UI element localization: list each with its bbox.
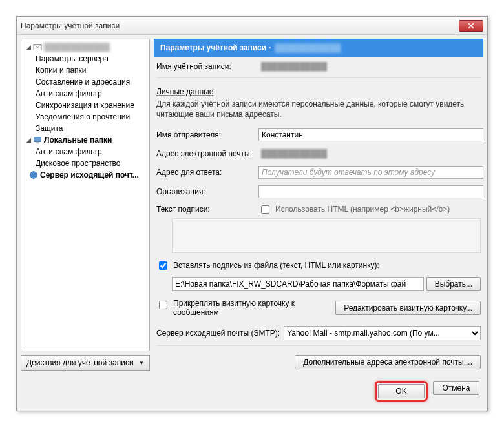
tree-item-server[interactable]: Параметры сервера [21, 53, 149, 65]
account-actions-button[interactable]: Действия для учётной записи ▼ [21, 355, 150, 371]
mail-icon [33, 43, 42, 52]
close-icon [468, 23, 474, 29]
dropdown-icon: ▼ [139, 360, 144, 366]
signature-label: Текст подписи: [156, 205, 258, 214]
twisty-icon: ◢ [26, 44, 31, 50]
tree-item-antispam[interactable]: Анти-спам фильтр [21, 88, 149, 99]
account-name-label: Имя учётной записи: [156, 62, 258, 71]
twisty-icon: ◢ [26, 137, 31, 143]
organization-input[interactable] [258, 185, 483, 198]
org-label: Организация: [156, 187, 258, 196]
signature-from-file-checkbox[interactable] [159, 261, 167, 270]
smtp-label: Сервер исходящей почты (SMTP): [156, 329, 280, 338]
account-settings-dialog: Параметры учётной записи ◢ ████████████ … [16, 16, 488, 411]
tree-item-compose[interactable]: Составление и адресация [21, 76, 149, 88]
globe-icon [29, 170, 38, 179]
main-panel: Параметры учётной записи - ████████████ … [154, 39, 483, 371]
personal-section-desc: Для каждой учётной записи имеются персон… [156, 99, 481, 119]
account-name-value: ████████████ [258, 61, 483, 72]
close-button[interactable] [459, 20, 483, 32]
reply-label: Адрес для ответа: [156, 168, 258, 177]
reply-to-input[interactable] [258, 166, 483, 179]
account-tree[interactable]: ◢ ████████████ Параметры сервера Копии и… [21, 39, 150, 351]
edit-vcard-button[interactable]: Редактировать визитную карточку... [335, 301, 481, 315]
attach-vcard-label: Прикреплять визитную карточку к сообщени… [173, 299, 309, 317]
computer-icon [33, 136, 42, 145]
signature-file-path-input[interactable] [172, 277, 424, 291]
tree-local-folders[interactable]: ◢ Локальные папки [21, 134, 149, 146]
sender-name-input[interactable] [258, 128, 483, 141]
titlebar: Параметры учётной записи [17, 17, 487, 35]
tree-account-root[interactable]: ◢ ████████████ [21, 41, 149, 53]
tree-item-security[interactable]: Защита [21, 123, 149, 134]
svg-rect-2 [36, 143, 39, 144]
email-value: ████████████ [258, 148, 483, 159]
ok-highlight: OK [375, 381, 428, 402]
dialog-footer: OK Отмена [17, 374, 487, 411]
tree-item-sync[interactable]: Синхронизация и хранение [21, 99, 149, 111]
tree-item-diskspace[interactable]: Дисковое пространство [21, 158, 149, 169]
tree-item-copies[interactable]: Копии и папки [21, 65, 149, 76]
tree-item-receipts[interactable]: Уведомления о прочтении [21, 111, 149, 123]
tree-item-local-antispam[interactable]: Анти-спам фильтр [21, 146, 149, 158]
use-html-label: Использовать HTML (например <b>жирный</b… [275, 205, 450, 214]
sidebar: ◢ ████████████ Параметры сервера Копии и… [21, 39, 150, 371]
signature-textarea[interactable] [172, 218, 481, 253]
window-title: Параметры учётной записи [21, 21, 459, 30]
more-addresses-button[interactable]: Дополнительные адреса электронной почты … [295, 355, 481, 369]
ok-button[interactable]: OK [378, 384, 425, 398]
sender-name-label: Имя отправителя: [156, 130, 258, 139]
signature-from-file-label: Вставлять подпись из файла (текст, HTML … [173, 261, 379, 270]
email-label: Адрес электронной почты: [156, 149, 258, 158]
svg-rect-1 [34, 137, 41, 142]
browse-button[interactable]: Выбрать... [426, 277, 481, 291]
banner: Параметры учётной записи - ████████████ [154, 39, 483, 57]
cancel-button[interactable]: Отмена [433, 381, 479, 395]
personal-section-title: Личные данные [156, 87, 483, 96]
attach-vcard-checkbox[interactable] [159, 301, 167, 309]
use-html-checkbox[interactable] [261, 205, 269, 214]
tree-smtp[interactable]: Сервер исходящей почт... [21, 169, 149, 181]
smtp-select[interactable]: Yahoo! Mail - smtp.mail.yahoo.com (По ум… [284, 326, 481, 340]
